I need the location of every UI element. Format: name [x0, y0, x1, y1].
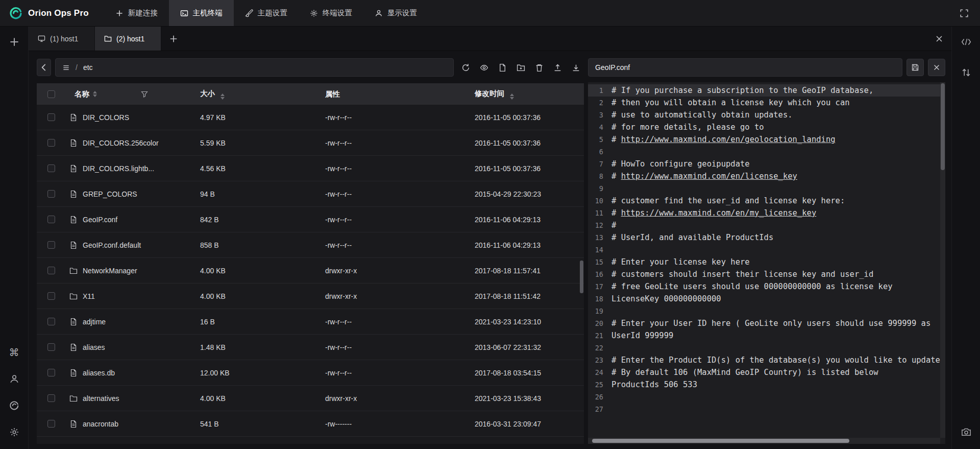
settings-button[interactable] [6, 423, 23, 441]
nav-label: 主题设置 [258, 8, 287, 18]
app-logo-icon [9, 7, 22, 20]
delete-button[interactable] [531, 60, 547, 76]
upload-button[interactable] [550, 60, 566, 76]
line-number: 16 [588, 268, 611, 280]
line-number: 6 [588, 146, 611, 158]
editor-line: 24# By default 106 (MaxMind GeoIP Countr… [588, 366, 945, 379]
command-shortcuts-button[interactable]: ⌘ [6, 344, 23, 361]
file-attr: drwxr-xr-x [316, 394, 465, 403]
code-link[interactable]: https://www.maxmind.com/en/my_license_ke… [621, 208, 817, 218]
preview-button[interactable] [476, 60, 492, 76]
path-bar[interactable]: / etc [55, 58, 454, 77]
table-row[interactable]: GeoIP.conf842 B-rw-r--r--2016-11-06 04:2… [37, 207, 584, 232]
users-button[interactable] [6, 370, 23, 388]
file-mtime: 2017-08-18 11:51:42 [465, 292, 584, 300]
new-folder-button[interactable] [513, 60, 529, 76]
file-attr: -rw-r--r-- [316, 164, 465, 173]
table-row[interactable]: anacrontab541 B-rw-------2016-03-31 23:0… [37, 411, 584, 437]
file-icon [69, 164, 78, 173]
download-button[interactable] [568, 60, 584, 76]
new-file-button[interactable] [495, 60, 510, 76]
screenshot-button[interactable] [958, 423, 975, 441]
table-row[interactable]: DIR_COLORS.lightb...4.56 KB-rw-r--r--201… [37, 156, 584, 181]
row-checkbox[interactable] [47, 164, 55, 172]
file-name: aliases.db [83, 369, 115, 377]
row-checkbox[interactable] [47, 420, 55, 428]
editor-filename-input[interactable] [588, 58, 902, 77]
column-header-size[interactable]: 大小 [191, 89, 316, 100]
file-mtime: 2021-03-23 15:38:43 [465, 394, 584, 403]
table-row[interactable]: DIR_COLORS.256color5.59 KB-rw-r--r--2016… [37, 130, 584, 156]
row-checkbox[interactable] [47, 113, 55, 121]
editor-line: 5# http://www.maxmind.com/en/geolocation… [588, 133, 945, 146]
line-number: 11 [588, 207, 611, 219]
table-row[interactable]: GREP_COLORS94 B-rw-r--r--2015-04-29 22:3… [37, 181, 584, 207]
scrollbar-thumb[interactable] [592, 439, 849, 443]
tab-host1-files[interactable]: (2) host1 [95, 27, 161, 51]
nav-item-host-terminal[interactable]: 主机终端 [169, 0, 234, 26]
trash-icon [535, 63, 544, 72]
brush-icon [245, 9, 253, 17]
editor-line: 6 [588, 146, 945, 158]
tab-label: (2) host1 [116, 35, 144, 43]
layout-swap-button[interactable] [958, 64, 975, 81]
row-checkbox[interactable] [47, 190, 55, 198]
editor-close-button[interactable] [928, 59, 945, 76]
refresh-button[interactable] [458, 60, 474, 76]
row-checkbox[interactable] [47, 139, 55, 147]
code-editor[interactable]: 1# If you purchase a subscription to the… [588, 82, 945, 444]
fullscreen-button[interactable] [960, 9, 969, 18]
row-checkbox[interactable] [47, 292, 55, 300]
tab-label: (1) host1 [50, 35, 78, 43]
nav-item-terminal-settings[interactable]: 终端设置 [299, 0, 363, 26]
table-row[interactable]: adjtime16 B-rw-r--r--2021-03-23 14:23:10 [37, 309, 584, 335]
line-number: 19 [588, 305, 611, 317]
sidebar-plus-button[interactable] [6, 33, 23, 51]
tabbar-close-button[interactable] [927, 27, 951, 51]
filter-icon[interactable] [141, 90, 148, 98]
table-row[interactable]: X114.00 KBdrwxr-xr-x2017-08-18 11:51:42 [37, 283, 584, 309]
select-all-checkbox[interactable] [47, 90, 55, 98]
table-row[interactable]: alternatives4.00 KBdrwxr-xr-x2021-03-23 … [37, 386, 584, 411]
row-checkbox[interactable] [47, 394, 55, 402]
back-button[interactable] [37, 59, 51, 76]
row-checkbox[interactable] [47, 267, 55, 274]
sort-icon[interactable] [220, 93, 225, 100]
nav-label: 显示设置 [387, 8, 417, 18]
code-link[interactable]: http://www.maxmind.com/en/license_key [621, 172, 797, 181]
row-checkbox[interactable] [47, 241, 55, 249]
sort-icon[interactable] [93, 91, 97, 97]
file-mtime: 2016-03-31 23:09:47 [465, 420, 584, 428]
file-name: DIR_COLORS [83, 113, 129, 122]
scrollbar-thumb[interactable] [941, 83, 945, 170]
table-row[interactable]: GeoIP.conf.default858 B-rw-r--r--2016-11… [37, 232, 584, 258]
file-attr: -rw-r--r-- [316, 343, 465, 351]
editor-line: 7# HowTo configure geoipupdate [588, 158, 945, 170]
editor-line: 25ProductIds 506 533 [588, 379, 945, 391]
close-icon [935, 34, 944, 43]
refresh-icon [461, 63, 470, 72]
theme-button[interactable] [6, 397, 23, 414]
row-checkbox[interactable] [47, 318, 55, 325]
table-row[interactable]: aliases1.48 KB-rw-r--r--2013-06-07 22:31… [37, 335, 584, 360]
nav-item-display-settings[interactable]: 显示设置 [363, 0, 428, 26]
column-header-name[interactable]: 名称 [65, 89, 191, 99]
code-view-button[interactable] [958, 33, 975, 51]
nav-item-new-connection[interactable]: 新建连接 [104, 0, 169, 26]
tab-host1-terminal[interactable]: (1) host1 [29, 27, 95, 51]
nav-item-theme-settings[interactable]: 主题设置 [234, 0, 299, 26]
column-header-mtime[interactable]: 修改时间 [465, 89, 584, 100]
sort-icon[interactable] [510, 93, 514, 100]
scrollbar-thumb[interactable] [580, 261, 583, 293]
row-checkbox[interactable] [47, 216, 55, 223]
editor-lines: 1# If you purchase a subscription to the… [588, 84, 945, 415]
file-name: adjtime [83, 318, 106, 326]
table-row[interactable]: aliases.db12.00 KB-rw-r--r--2017-08-18 0… [37, 360, 584, 386]
row-checkbox[interactable] [47, 343, 55, 351]
table-row[interactable]: DIR_COLORS4.97 KB-rw-r--r--2016-11-05 00… [37, 105, 584, 130]
new-tab-button[interactable] [161, 27, 186, 51]
code-link[interactable]: http://www.maxmind.com/en/geolocation_la… [621, 135, 836, 144]
save-button[interactable] [906, 59, 924, 76]
row-checkbox[interactable] [47, 369, 55, 376]
table-row[interactable]: NetworkManager4.00 KBdrwxr-xr-x2017-08-1… [37, 258, 584, 283]
